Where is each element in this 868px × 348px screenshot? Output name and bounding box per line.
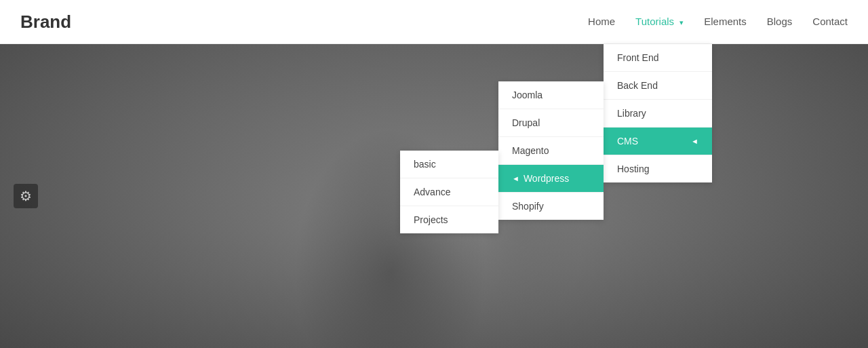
nav-link-tutorials[interactable]: Tutorials ▾ bbox=[635, 16, 684, 27]
nav-item-contact[interactable]: Contact bbox=[812, 16, 848, 28]
menu-item-basic[interactable]: basic bbox=[400, 151, 498, 178]
nav-links: Home Tutorials ▾ Elements Blogs Contact bbox=[588, 16, 848, 28]
nav-item-home[interactable]: Home bbox=[588, 16, 615, 28]
nav-link-home[interactable]: Home bbox=[588, 16, 615, 27]
wordpress-dropdown: basic Advance Projects bbox=[400, 151, 498, 233]
wordpress-submenu-chevron: ◄ bbox=[512, 174, 519, 182]
menu-item-backend[interactable]: Back End bbox=[604, 72, 712, 100]
cms-submenu-chevron: ◄ bbox=[691, 137, 698, 145]
nav-link-elements[interactable]: Elements bbox=[704, 16, 747, 27]
menu-item-cms[interactable]: CMS ◄ bbox=[604, 128, 712, 155]
menu-item-projects[interactable]: Projects bbox=[400, 206, 498, 233]
tutorials-dropdown-arrow: ▾ bbox=[679, 18, 684, 26]
menu-item-wordpress[interactable]: ◄ Wordpress bbox=[498, 165, 604, 193]
brand-logo[interactable]: Brand bbox=[20, 12, 71, 33]
menu-item-library[interactable]: Library bbox=[604, 100, 712, 128]
gear-icon[interactable]: ⚙ bbox=[14, 184, 38, 208]
tutorials-dropdown: Front End Back End Library CMS ◄ Hosting bbox=[604, 44, 712, 182]
navbar: Brand Home Tutorials ▾ Elements Blogs Co… bbox=[0, 0, 868, 44]
cms-dropdown: Joomla Drupal Magento ◄ Wordpress Shopif… bbox=[498, 81, 604, 220]
nav-item-elements[interactable]: Elements bbox=[704, 16, 747, 28]
menu-item-shopify[interactable]: Shopify bbox=[498, 193, 604, 220]
menu-item-drupal[interactable]: Drupal bbox=[498, 109, 604, 137]
menu-item-frontend[interactable]: Front End bbox=[604, 44, 712, 72]
menu-item-joomla[interactable]: Joomla bbox=[498, 81, 604, 109]
nav-item-blogs[interactable]: Blogs bbox=[767, 16, 793, 28]
nav-item-tutorials[interactable]: Tutorials ▾ bbox=[635, 16, 684, 28]
menu-item-hosting[interactable]: Hosting bbox=[604, 155, 712, 182]
nav-link-contact[interactable]: Contact bbox=[812, 16, 848, 27]
menu-item-magento[interactable]: Magento bbox=[498, 137, 604, 165]
nav-link-blogs[interactable]: Blogs bbox=[767, 16, 793, 27]
menu-item-advance[interactable]: Advance bbox=[400, 178, 498, 206]
